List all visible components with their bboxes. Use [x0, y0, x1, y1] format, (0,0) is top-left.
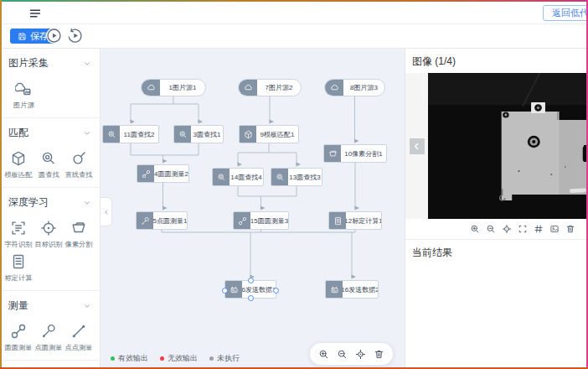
prev-image-button[interactable]	[410, 138, 425, 154]
tool-point-point-measure[interactable]: 点点测量	[64, 323, 94, 353]
tool-sidebar: 图片采集 图片源 匹配 模板匹配	[0, 49, 101, 369]
node-pixel-segmentation-1[interactable]: 10像素分割1	[323, 144, 387, 163]
node-image-source-2[interactable]: 7图片源2	[238, 79, 302, 96]
image-panel-title: 图像 (1/4)	[405, 49, 588, 73]
zoom-in-icon[interactable]	[318, 349, 329, 360]
zoom-out-icon[interactable]	[486, 224, 496, 234]
tool-label: 点点测量	[64, 343, 92, 353]
tool-template-match[interactable]: 模板匹配	[3, 150, 34, 180]
line-search-icon	[70, 150, 87, 167]
node-image-source-1[interactable]: 1图片源1	[141, 79, 206, 96]
node-label: 4圆圆测量2	[154, 165, 188, 182]
node-label: 5点圆测量1	[153, 212, 187, 229]
node-circle-find-1[interactable]: 3圆查找1	[173, 125, 224, 143]
circle-search-icon	[174, 126, 191, 143]
zoom-out-icon[interactable]	[337, 349, 348, 360]
chevron-down-icon	[83, 60, 91, 68]
node-handle-right[interactable]	[273, 288, 279, 294]
tool-calibration-calc[interactable]: 标定计算	[3, 253, 34, 283]
cloud-icon	[325, 80, 343, 96]
run-button[interactable]	[46, 28, 62, 44]
node-send-data-2[interactable]: 16发送数据2	[325, 280, 379, 299]
node-image-source-3[interactable]: 8图片源3	[324, 79, 385, 96]
section-title: 匹配	[8, 126, 28, 140]
chevron-left-icon	[412, 142, 421, 151]
tool-pixel-segmentation[interactable]: 像素分割	[64, 220, 94, 250]
tool-circle-find[interactable]: 圆查找	[34, 150, 64, 180]
tool-label: 直线查找	[64, 170, 92, 180]
locate-icon[interactable]	[355, 349, 366, 360]
tool-line-find[interactable]: 直线查找	[64, 150, 94, 180]
legend-label: 未执行	[217, 353, 240, 364]
section-title: 图片采集	[8, 56, 49, 70]
fullscreen-icon[interactable]	[518, 224, 528, 234]
collapse-arrow-icon	[102, 208, 111, 216]
tool-point-circle-measure[interactable]: 点圆测量	[34, 323, 64, 353]
section-deep-learning: 深度学习 字符识别 目标识别 像素分割	[0, 188, 100, 291]
back-to-lowcode-button[interactable]: 返回低代	[543, 5, 588, 21]
tool-label: 点圆测量	[34, 343, 62, 353]
section-header-deep-learning[interactable]: 深度学习	[0, 193, 100, 211]
node-circle-find-4[interactable]: 14圆查找4	[212, 168, 264, 186]
zoom-in-icon[interactable]	[470, 224, 480, 234]
section-header-image-capture[interactable]: 图片采集	[0, 54, 100, 72]
node-label: 11圆查找2	[120, 126, 158, 143]
node-handle-top[interactable]	[248, 278, 254, 283]
legend-valid-output: 有效输出	[111, 353, 148, 364]
right-panel: 图像 (1/4)	[405, 49, 588, 369]
node-label: 6发送数据1	[242, 281, 276, 298]
tool-label: 模板匹配	[4, 170, 32, 180]
node-point-circle-measure-1[interactable]: 5点圆测量1	[136, 211, 188, 230]
section-header-matching[interactable]: 匹配	[0, 123, 100, 142]
grid-icon[interactable]	[534, 224, 544, 234]
legend-label: 无效输出	[168, 353, 198, 364]
image-viewer	[405, 73, 588, 219]
save-icon	[18, 32, 27, 41]
cloud-icon	[142, 80, 160, 96]
inspection-image[interactable]	[428, 73, 588, 219]
segmentation-icon	[70, 220, 87, 236]
trash-icon[interactable]	[374, 349, 384, 360]
comm-device-icon	[326, 281, 343, 298]
run-loop-button[interactable]	[67, 28, 83, 44]
node-circle-circle-measure-2[interactable]: 4圆圆测量2	[137, 164, 189, 183]
circle-search-icon	[213, 169, 230, 185]
sidebar-collapse-handle[interactable]	[101, 197, 112, 226]
circle-circle-icon	[234, 212, 250, 229]
app-window: 返回低代 保存 图片采集 图片源	[0, 0, 588, 369]
node-label: 13圆查找3	[288, 169, 322, 185]
tool-circle-circle-measure[interactable]: 圆圆测量	[3, 323, 34, 353]
section-title: 深度学习	[8, 195, 49, 210]
tool-target-recognition[interactable]: 目标识别	[34, 220, 64, 250]
node-calibration-calc-1[interactable]: 12标定计算1	[328, 211, 382, 230]
grey-dot	[209, 356, 214, 361]
tool-label: 圆圆测量	[4, 343, 32, 353]
green-dot	[111, 356, 115, 361]
node-circle-find-3[interactable]: 13圆查找3	[271, 168, 322, 186]
locate-icon[interactable]	[502, 224, 512, 234]
tool-image-source[interactable]: 图片源	[8, 81, 39, 111]
point-point-icon	[70, 323, 87, 340]
cloud-icon	[239, 80, 257, 96]
tool-label: 像素分割	[64, 240, 92, 250]
node-label: 3圆查找1	[191, 126, 223, 143]
node-send-data-1[interactable]: 6发送数据1	[224, 280, 276, 299]
chevron-down-icon	[83, 302, 91, 310]
toolbar: 保存	[0, 24, 588, 49]
node-label: 7图片源2	[257, 80, 301, 96]
node-circle-circle-measure-3[interactable]: 15圆圆测量3	[233, 211, 289, 230]
flow-canvas[interactable]: 1图片源1 7图片源2 8图片源3 11圆查找2 3圆查找1 9模板匹配1	[101, 49, 405, 369]
node-handle-bottom[interactable]	[248, 295, 254, 301]
trash-icon[interactable]	[565, 224, 575, 234]
picture-icon[interactable]	[549, 224, 560, 234]
section-header-measure[interactable]: 测量	[0, 296, 100, 314]
target-icon	[40, 220, 57, 236]
node-handle-left[interactable]	[222, 288, 228, 294]
menu-icon[interactable]	[28, 7, 42, 20]
cube-icon	[10, 150, 27, 167]
tool-label: 圆查找	[39, 170, 59, 180]
node-circle-find-2[interactable]: 11圆查找2	[102, 125, 159, 143]
node-template-match-1[interactable]: 9模板匹配1	[239, 125, 299, 143]
replay-circle-icon	[67, 28, 83, 44]
tool-char-recognition[interactable]: 字符识别	[3, 220, 34, 250]
